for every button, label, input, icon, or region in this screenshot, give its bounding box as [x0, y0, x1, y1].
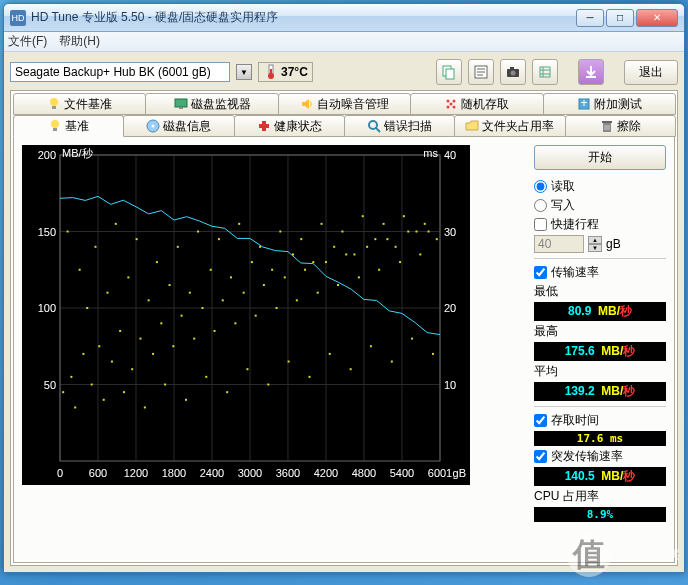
read-radio[interactable]	[534, 180, 547, 193]
drive-select[interactable]: Seagate Backup+ Hub BK (6001 gB)	[10, 62, 230, 82]
minimize-button[interactable]: ─	[576, 9, 604, 27]
tab-folder-usage[interactable]: 文件夹占用率	[454, 115, 565, 137]
transfer-check[interactable]	[534, 266, 547, 279]
svg-point-17	[50, 98, 58, 106]
svg-text:+: +	[580, 97, 587, 110]
tab-content: 开始 读取 写入 快捷行程 40 ▲▼ gB 传输速率 最低 80.9 MB/秒…	[13, 137, 675, 563]
lightbulb-icon	[47, 97, 61, 111]
svg-point-24	[447, 106, 450, 109]
tab-container: 文件基准 磁盘监视器 自动噪音管理 随机存取 +附加测试 基准 磁盘信息 健康状…	[10, 90, 678, 566]
benchmark-chart	[22, 145, 470, 485]
max-value: 175.6 MB/秒	[534, 342, 666, 361]
bulb-icon	[48, 119, 62, 133]
svg-rect-2	[270, 69, 272, 76]
svg-point-23	[450, 103, 453, 106]
disk-icon	[146, 119, 160, 133]
tab-row-lower: 基准 磁盘信息 健康状态 错误扫描 文件夹占用率 擦除	[13, 115, 675, 137]
titlebar[interactable]: HD HD Tune 专业版 5.50 - 硬盘/固态硬盘实用程序 ─ □ ✕	[4, 4, 684, 32]
toolbar: Seagate Backup+ Hub BK (6001 gB) ▼ 37°C …	[10, 58, 678, 86]
svg-rect-19	[175, 99, 187, 107]
svg-point-21	[447, 100, 450, 103]
svg-rect-11	[510, 67, 514, 69]
tab-aam[interactable]: 自动噪音管理	[278, 93, 411, 115]
svg-rect-4	[446, 69, 454, 79]
access-value: 17.6 ms	[534, 431, 666, 446]
monitor-icon	[174, 97, 188, 111]
watermark: 值 ·什么值得买	[567, 533, 680, 577]
erase-icon	[600, 119, 614, 133]
burst-check[interactable]	[534, 450, 547, 463]
tab-erase[interactable]: 擦除	[565, 115, 676, 137]
maximize-button[interactable]: □	[606, 9, 634, 27]
svg-rect-37	[602, 121, 612, 123]
svg-rect-33	[259, 124, 269, 128]
svg-point-25	[453, 106, 456, 109]
write-label: 写入	[551, 197, 575, 214]
side-panel: 开始 读取 写入 快捷行程 40 ▲▼ gB 传输速率 最低 80.9 MB/秒…	[534, 145, 666, 554]
scan-icon	[367, 119, 381, 133]
speaker-icon	[300, 97, 314, 111]
tab-disk-monitor[interactable]: 磁盘监视器	[145, 93, 278, 115]
svg-point-28	[51, 120, 59, 128]
window-title: HD Tune 专业版 5.50 - 硬盘/固态硬盘实用程序	[31, 9, 576, 26]
write-radio[interactable]	[534, 199, 547, 212]
svg-point-31	[152, 125, 155, 128]
copy-button[interactable]	[436, 59, 462, 85]
save-button[interactable]	[578, 59, 604, 85]
svg-point-34	[369, 121, 377, 129]
camera-icon	[505, 64, 521, 80]
svg-rect-29	[53, 128, 57, 131]
cpu-label: CPU 占用率	[534, 488, 666, 505]
svg-rect-20	[179, 107, 183, 109]
svg-line-35	[376, 128, 380, 132]
watermark-icon: 值	[567, 533, 611, 577]
svg-point-10	[511, 71, 516, 76]
svg-rect-18	[52, 106, 56, 109]
close-button[interactable]: ✕	[636, 9, 678, 27]
application-window: HD HD Tune 专业版 5.50 - 硬盘/固态硬盘实用程序 ─ □ ✕ …	[3, 3, 685, 573]
drive-select-value: Seagate Backup+ Hub BK (6001 gB)	[15, 65, 211, 79]
max-label: 最高	[534, 323, 666, 340]
tab-extra-tests[interactable]: +附加测试	[543, 93, 676, 115]
burst-label: 突发传输速率	[551, 448, 623, 465]
chart-area	[22, 145, 526, 554]
cpu-value: 8.9%	[534, 507, 666, 522]
temperature-value: 37°C	[281, 65, 308, 79]
min-value: 80.9 MB/秒	[534, 302, 666, 321]
access-label: 存取时间	[551, 412, 599, 429]
tab-random-access[interactable]: 随机存取	[410, 93, 543, 115]
settings-icon	[537, 64, 553, 80]
svg-rect-12	[540, 67, 550, 77]
watermark-text: ·什么值得买	[617, 547, 680, 564]
tab-disk-info[interactable]: 磁盘信息	[123, 115, 234, 137]
min-label: 最低	[534, 283, 666, 300]
shortstroke-check[interactable]	[534, 218, 547, 231]
tab-health[interactable]: 健康状态	[234, 115, 345, 137]
read-label: 读取	[551, 178, 575, 195]
menubar: 文件(F) 帮助(H)	[4, 32, 684, 52]
text-icon	[473, 64, 489, 80]
menu-file[interactable]: 文件(F)	[8, 33, 47, 50]
menu-help[interactable]: 帮助(H)	[59, 33, 100, 50]
drive-select-arrow[interactable]: ▼	[236, 64, 252, 80]
transfer-label: 传输速率	[551, 264, 599, 281]
tab-benchmark[interactable]: 基准	[13, 115, 124, 137]
temperature-display: 37°C	[258, 62, 313, 82]
download-icon	[583, 64, 599, 80]
camera-button[interactable]	[500, 59, 526, 85]
tab-row-upper: 文件基准 磁盘监视器 自动噪音管理 随机存取 +附加测试	[13, 93, 675, 115]
avg-value: 139.2 MB/秒	[534, 382, 666, 401]
random-icon	[444, 97, 458, 111]
extra-icon: +	[577, 97, 591, 111]
folder-icon	[465, 119, 479, 133]
tab-error-scan[interactable]: 错误扫描	[344, 115, 455, 137]
burst-value: 140.5 MB/秒	[534, 467, 666, 486]
exit-button[interactable]: 退出	[624, 60, 678, 85]
tab-file-benchmark[interactable]: 文件基准	[13, 93, 146, 115]
text-button[interactable]	[468, 59, 494, 85]
app-icon: HD	[10, 10, 26, 26]
shortstroke-spinner[interactable]: ▲▼	[588, 236, 602, 252]
access-check[interactable]	[534, 414, 547, 427]
start-button[interactable]: 开始	[534, 145, 666, 170]
settings-button[interactable]	[532, 59, 558, 85]
